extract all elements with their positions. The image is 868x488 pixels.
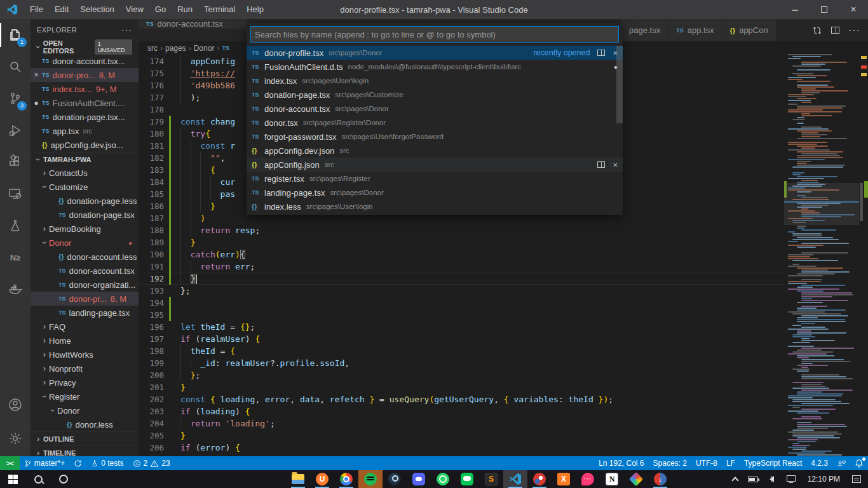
volume-icon[interactable] <box>765 470 781 488</box>
explorer-icon[interactable]: 1 <box>0 19 31 51</box>
code-line[interactable]: 195 <box>139 309 868 321</box>
workspace-root-header[interactable]: › TAMRAH-PWA <box>31 152 139 166</box>
open-editor-item[interactable]: TSdonor-account.tsx... <box>31 54 139 68</box>
quick-open-item[interactable]: TSdonor-profile.tsxsrc\pages\Donorrecent… <box>247 46 623 60</box>
remote-explorer-icon[interactable] <box>0 178 31 210</box>
open-editor-item[interactable]: TSdonation-page.tsx... <box>31 110 139 124</box>
scrollbar-handle[interactable] <box>860 183 863 221</box>
tree-file[interactable]: {}donor.less <box>31 417 139 431</box>
clock[interactable]: 12:10 PM <box>801 470 846 488</box>
tree-folder[interactable]: ›Donor <box>31 403 139 417</box>
open-editor-item[interactable]: TSapp.tsxsrc <box>31 124 139 138</box>
code-line[interactable]: 197if (realmUser) { <box>139 333 868 345</box>
quick-open-item[interactable]: TSforgot-password.tsxsrc\pages\User\forg… <box>247 130 623 144</box>
code-line[interactable]: 198theId = { <box>139 345 868 357</box>
notifications-bell-icon[interactable] <box>850 456 868 470</box>
tab-appcon[interactable]: {}appCon <box>722 19 776 41</box>
remote-indicator[interactable]: >< <box>0 456 20 470</box>
taskbar-sublime-text-icon[interactable]: S <box>479 470 503 488</box>
tree-file[interactable]: {}donor-account.less <box>31 250 139 264</box>
taskbar-design-app-icon[interactable] <box>624 470 648 488</box>
menu-help[interactable]: Help <box>241 4 269 14</box>
quick-open-input[interactable] <box>250 26 619 43</box>
tests-item[interactable]: 0 tests <box>86 456 128 470</box>
extensions-icon[interactable] <box>0 146 31 178</box>
split-editor-icon[interactable] <box>831 27 839 34</box>
menu-selection[interactable]: Selection <box>74 4 119 14</box>
code-line[interactable]: 193}; <box>139 285 868 297</box>
sidebar-more-actions-icon[interactable]: ··· <box>121 25 132 35</box>
taskbar-download-manager-icon[interactable]: ↓ <box>648 470 672 488</box>
open-editor-item[interactable]: ×TSdonor-pro...8, M <box>31 68 139 82</box>
close-button[interactable]: × <box>839 0 868 19</box>
open-to-side-icon[interactable] <box>597 161 605 168</box>
tree-folder[interactable]: ›Home <box>31 334 139 348</box>
code-line[interactable]: 204return 'loading'; <box>139 417 868 430</box>
quick-open-item[interactable]: TSlanding-page.tsxsrc\pages\Donor <box>247 186 623 200</box>
breadcrumb-item[interactable]: src <box>147 44 158 53</box>
timeline-header[interactable]: › TIMELINE <box>31 445 139 456</box>
tree-folder[interactable]: ›Nonprofit <box>31 362 139 376</box>
tree-folder[interactable]: ›ContactUs <box>31 166 139 180</box>
taskbar-search-icon[interactable] <box>25 470 51 488</box>
cursor-position[interactable]: Ln 192, Col 6 <box>594 456 648 470</box>
typescript-version[interactable]: 4.2.3 <box>806 456 832 470</box>
open-changes-icon[interactable] <box>812 25 822 36</box>
sync-button[interactable] <box>69 456 86 470</box>
breadcrumb-item[interactable]: pages <box>165 44 186 53</box>
network-icon[interactable] <box>782 470 800 488</box>
start-button[interactable] <box>0 470 25 488</box>
action-center-icon[interactable] <box>848 470 865 488</box>
quick-open-item[interactable]: TSdonor.tsxsrc\pages\Register\Donor <box>247 116 623 130</box>
quick-open-item[interactable]: {}appConfig.dev.jsonsrc <box>247 144 623 158</box>
test-explorer-icon[interactable] <box>0 210 31 241</box>
tree-folder[interactable]: ›HowItWorks <box>31 348 139 362</box>
tree-folder[interactable]: ›FAQ <box>31 320 139 334</box>
tree-file[interactable]: TSlanding-page.tsx <box>31 306 139 320</box>
code-line[interactable]: 203if (loading) { <box>139 405 868 417</box>
open-editor-item[interactable]: TSindex.tsx...9+, M <box>31 82 139 96</box>
taskbar-notion-icon[interactable]: N <box>600 470 624 488</box>
code-line[interactable]: 205} <box>139 430 868 442</box>
code-line[interactable]: 196let theId = {}; <box>139 321 868 333</box>
run-debug-icon[interactable] <box>0 114 31 146</box>
remove-from-list-icon[interactable]: × <box>613 160 618 170</box>
quick-open-item[interactable]: {}appConfig.jsonsrc× <box>247 158 623 172</box>
menu-terminal[interactable]: Terminal <box>198 4 241 14</box>
code-line[interactable]: 192} <box>139 273 868 285</box>
code-line[interactable]: 206if (error) { <box>139 442 868 454</box>
code-line[interactable]: 201} <box>139 381 868 393</box>
quick-open-scrollbar[interactable] <box>616 46 623 123</box>
menu-go[interactable]: Go <box>149 4 172 14</box>
taskbar-media-app-icon[interactable] <box>527 470 552 488</box>
taskbar-line-messenger-icon[interactable] <box>455 470 479 488</box>
code-line[interactable]: 200}; <box>139 369 868 381</box>
menu-edit[interactable]: Edit <box>49 4 74 14</box>
code-line[interactable]: 189} <box>139 236 868 248</box>
tree-folder[interactable]: ›Privacy <box>31 376 139 390</box>
taskbar-uc-browser-icon[interactable]: U <box>310 470 334 488</box>
tree-file[interactable]: {}donation-page.less <box>31 194 139 208</box>
taskbar-steam-icon[interactable] <box>383 470 407 488</box>
search-icon[interactable] <box>0 51 31 83</box>
git-branch-item[interactable]: master*+ <box>20 456 69 470</box>
tray-chevron-icon[interactable] <box>728 470 742 488</box>
menu-run[interactable]: Run <box>172 4 198 14</box>
quick-open-item[interactable]: TSregister.tsxsrc\pages\Register <box>247 172 623 186</box>
minimap-slider[interactable] <box>784 183 859 225</box>
minimap[interactable] <box>784 41 859 456</box>
taskbar-xampp-icon[interactable]: X <box>552 470 576 488</box>
tree-folder[interactable]: ›Customize <box>31 180 139 194</box>
outline-header[interactable]: › OUTLINE <box>31 431 139 445</box>
taskbar-discord-icon[interactable] <box>407 470 431 488</box>
tree-folder[interactable]: ›Register <box>31 390 139 403</box>
taskbar-chat-app-icon[interactable]: ··· <box>576 470 600 488</box>
menu-file[interactable]: File <box>24 4 49 14</box>
feedback-icon[interactable] <box>832 456 850 470</box>
taskbar-whatsapp-icon[interactable] <box>431 470 455 488</box>
quick-open-item[interactable]: TSFusionAuthClient.d.tsnode_modules\@fus… <box>247 60 623 74</box>
encoding[interactable]: UTF-8 <box>691 456 722 470</box>
cortana-icon[interactable] <box>51 470 76 488</box>
tab-page-tsx[interactable]: page.tsx <box>621 19 668 41</box>
close-icon[interactable]: × <box>31 71 42 79</box>
